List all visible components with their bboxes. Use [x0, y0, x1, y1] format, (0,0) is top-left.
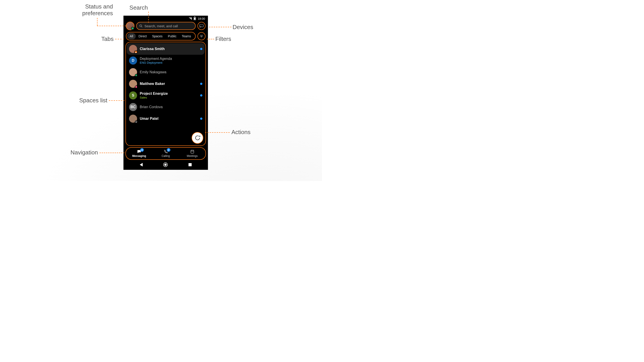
- callout-devices: Devices: [232, 24, 253, 31]
- search-input[interactable]: Search, meet, and call: [136, 22, 196, 30]
- unread-dot-icon: [200, 94, 202, 96]
- callout-search: Search: [118, 4, 159, 11]
- callout-actions: Actions: [232, 129, 250, 136]
- callout-spaces-list: Spaces list: [67, 97, 107, 104]
- avatar: [129, 68, 137, 76]
- profile-avatar[interactable]: [126, 22, 134, 30]
- svg-rect-2: [200, 24, 204, 27]
- nav-badge: 4: [140, 148, 144, 152]
- filter-icon: [200, 35, 203, 37]
- tabs-row: AllDirectSpacesPublicTeams: [124, 31, 208, 42]
- phone-frame: 18:00 Search, meet, and call AllDirectSp…: [124, 16, 208, 170]
- presence-dnd-icon: [135, 86, 138, 88]
- tab-teams[interactable]: Teams: [179, 33, 194, 39]
- avatar: S: [129, 91, 137, 99]
- leader: [97, 18, 98, 26]
- presence-green-icon: [135, 74, 138, 77]
- item-subtitle: Sales: [140, 96, 198, 99]
- new-message-fab[interactable]: +: [192, 132, 203, 144]
- presence-plane-icon: [135, 120, 138, 123]
- list-item[interactable]: Matthew Baker: [127, 78, 204, 90]
- leader: [109, 100, 124, 101]
- leader: [148, 12, 149, 23]
- leader: [115, 39, 124, 39]
- presence-cam-icon: [134, 51, 138, 53]
- recents-key[interactable]: [188, 163, 192, 166]
- nav-label: Calling: [162, 154, 170, 158]
- list-item[interactable]: BCBrian Cordova: [127, 101, 204, 113]
- leader: [205, 132, 230, 133]
- item-subtitle: ENG Deployment: [140, 61, 202, 64]
- nav-label: Meetings: [187, 154, 198, 158]
- unread-dot-icon: [200, 117, 202, 120]
- spaces-list: Clarissa SmithDDeployment AgendaENG Depl…: [126, 42, 206, 146]
- nav-messaging[interactable]: Messaging4: [126, 148, 152, 159]
- item-title: Umar Patel: [140, 117, 198, 121]
- avatar: BC: [129, 103, 137, 111]
- leader: [209, 27, 232, 27]
- search-placeholder: Search, meet, and call: [144, 24, 178, 28]
- back-key[interactable]: [140, 163, 143, 166]
- item-title: Clarissa Smith: [140, 47, 198, 51]
- bottom-nav: Messaging4Calling2Meetings: [126, 147, 206, 160]
- svg-line-1: [141, 26, 142, 27]
- nav-label: Messaging: [132, 154, 146, 158]
- list-item[interactable]: Emily Nakagawa: [127, 66, 204, 78]
- leader: [207, 39, 214, 39]
- list-item[interactable]: DDeployment AgendaENG Deployment: [127, 55, 204, 66]
- tab-public[interactable]: Public: [166, 33, 179, 39]
- nav-calling[interactable]: Calling2: [152, 148, 179, 159]
- item-title: Project Energize: [140, 92, 198, 96]
- nav-badge: 2: [167, 148, 170, 152]
- search-icon: [139, 24, 143, 28]
- clock: 18:00: [198, 17, 205, 20]
- tabs: AllDirectSpacesPublicTeams: [126, 32, 196, 40]
- callout-navigation: Navigation: [62, 149, 98, 156]
- devices-button[interactable]: [198, 22, 206, 30]
- avatar: [129, 45, 137, 53]
- avatar: D: [129, 56, 137, 64]
- tab-direct[interactable]: Direct: [136, 33, 149, 39]
- callout-filters: Filters: [215, 36, 231, 42]
- avatar: [129, 115, 137, 123]
- app-header: Search, meet, and call: [124, 21, 208, 31]
- list-item[interactable]: Clarissa Smith: [127, 43, 204, 55]
- android-nav-bar: [124, 160, 208, 170]
- signal-icon: [189, 17, 192, 20]
- item-title: Deployment Agenda: [140, 57, 202, 61]
- meetings-icon: [190, 149, 195, 154]
- avatar: [129, 80, 137, 88]
- item-title: Brian Cordova: [140, 105, 202, 109]
- callout-status-prefs: Status and preferences: [62, 3, 113, 17]
- item-title: Matthew Baker: [140, 82, 198, 86]
- android-statusbar: 18:00: [124, 16, 208, 21]
- plus-icon: +: [199, 135, 200, 138]
- unread-dot-icon: [200, 83, 202, 85]
- leader: [100, 153, 124, 153]
- nav-meetings[interactable]: Meetings: [179, 148, 206, 159]
- svg-rect-3: [191, 150, 194, 153]
- cast-icon: [200, 24, 204, 27]
- tab-spaces[interactable]: Spaces: [150, 33, 165, 39]
- item-title: Emily Nakagawa: [140, 70, 202, 74]
- home-key[interactable]: [163, 162, 168, 167]
- list-item[interactable]: Umar Patel: [127, 113, 204, 124]
- list-item[interactable]: SProject EnergizeSales: [127, 90, 204, 101]
- battery-icon: [194, 17, 196, 20]
- filter-button[interactable]: [198, 32, 206, 40]
- svg-point-0: [140, 24, 142, 26]
- unread-dot-icon: [200, 48, 202, 50]
- tab-all[interactable]: All: [127, 33, 136, 39]
- callout-tabs: Tabs: [85, 36, 114, 42]
- leader: [97, 26, 126, 26]
